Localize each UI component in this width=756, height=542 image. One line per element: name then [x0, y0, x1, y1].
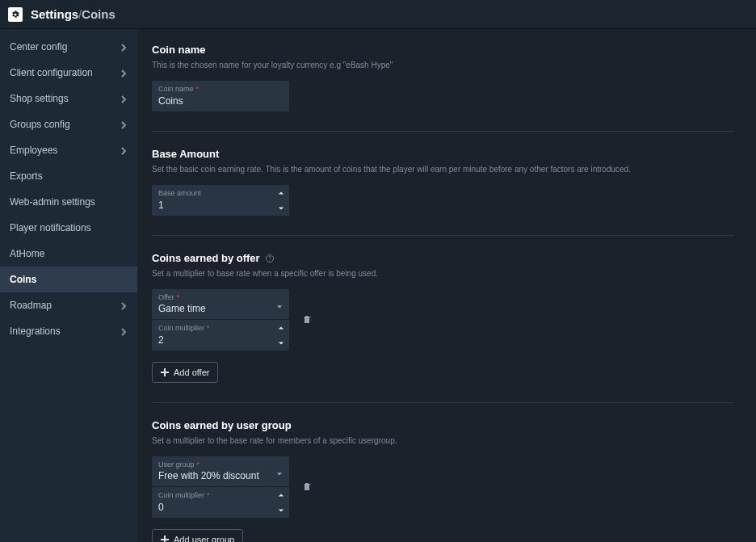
help-icon[interactable]: [265, 254, 275, 263]
button-label: Add offer: [174, 368, 209, 377]
section-desc: Set a multiplier to the base rate for me…: [152, 436, 733, 445]
sidebar-item-label: Player notifications: [10, 222, 91, 233]
coin-name-field[interactable]: Coin name*: [152, 81, 289, 111]
offer-multiplier-input[interactable]: [152, 333, 289, 351]
add-group-button[interactable]: Add user group: [152, 529, 243, 542]
chevron-right-icon: [120, 301, 128, 309]
step-up-button[interactable]: [273, 487, 289, 502]
required-star: *: [177, 293, 180, 301]
field-label: Base amount: [158, 189, 201, 197]
stepper: [273, 185, 289, 216]
section-coin-name: Coin name This is the chosen name for yo…: [152, 44, 733, 132]
breadcrumb-sub: Coins: [82, 7, 116, 21]
coin-name-input[interactable]: [152, 94, 289, 111]
step-down-button[interactable]: [273, 200, 289, 216]
sidebar-item-roadmap[interactable]: Roadmap: [0, 292, 137, 318]
sidebar-item-web-admin-settings[interactable]: Web-admin settings: [0, 189, 137, 215]
sidebar-item-label: Groups config: [10, 119, 70, 130]
stepper: [273, 487, 289, 518]
field-label: Coin multiplier: [158, 491, 204, 499]
button-label: Add user group: [174, 535, 234, 542]
sidebar-item-label: Integrations: [10, 326, 61, 337]
chevron-right-icon: [120, 146, 128, 154]
section-title: Base Amount: [152, 148, 733, 160]
chevron-down-icon: [276, 465, 283, 480]
base-amount-field[interactable]: Base amount: [152, 185, 289, 216]
content: Coin name This is the chosen name for yo…: [137, 29, 756, 542]
chevron-right-icon: [120, 327, 128, 335]
section-title: Coins earned by offer: [152, 252, 260, 264]
section-desc: Set a multiplier to base rate when a spe…: [152, 269, 733, 278]
section-title: Coins earned by user group: [152, 419, 733, 431]
field-label: Coin name: [158, 85, 194, 93]
titlebar: Settings/Coins: [0, 0, 756, 29]
section-title: Coin name: [152, 44, 733, 56]
sidebar: Center configClient configurationShop se…: [0, 29, 137, 542]
sidebar-item-center-config[interactable]: Center config: [0, 34, 137, 60]
field-label: Coin multiplier: [158, 324, 204, 332]
group-select[interactable]: User group* Free with 20% discount: [152, 456, 289, 486]
base-amount-input[interactable]: [152, 198, 289, 216]
chevron-right-icon: [120, 69, 128, 77]
add-offer-button[interactable]: Add offer: [152, 362, 218, 383]
group-value: Free with 20% discount: [152, 468, 289, 486]
sidebar-item-label: AtHome: [10, 248, 44, 259]
chevron-right-icon: [120, 43, 128, 51]
plus-icon: [161, 368, 169, 376]
sidebar-item-label: Coins: [10, 274, 36, 285]
required-star: *: [196, 85, 200, 93]
section-by-offer: Coins earned by offer Set a multiplier t…: [152, 252, 733, 403]
sidebar-item-player-notifications[interactable]: Player notifications: [0, 215, 137, 241]
chevron-right-icon: [120, 120, 128, 128]
sidebar-item-coins[interactable]: Coins: [0, 267, 137, 292]
sidebar-item-label: Client configuration: [10, 67, 93, 78]
section-desc: This is the chosen name for your loyalty…: [152, 61, 733, 69]
required-star: *: [197, 460, 200, 468]
sidebar-item-label: Center config: [10, 41, 67, 53]
section-by-group: Coins earned by user group Set a multipl…: [152, 419, 733, 542]
sidebar-item-athome[interactable]: AtHome: [0, 241, 137, 267]
required-star: *: [207, 491, 210, 499]
delete-offer-button[interactable]: [299, 311, 315, 330]
chevron-right-icon: [120, 95, 128, 103]
sidebar-item-employees[interactable]: Employees: [0, 137, 137, 163]
svg-point-1: [269, 260, 270, 261]
offer-multiplier-field[interactable]: Coin multiplier*: [152, 319, 289, 351]
gear-icon: [8, 7, 23, 22]
offer-select[interactable]: Offer* Game time: [152, 289, 289, 319]
sidebar-item-client-configuration[interactable]: Client configuration: [0, 60, 137, 86]
group-multiplier-input[interactable]: [152, 500, 289, 518]
sidebar-item-integrations[interactable]: Integrations: [0, 318, 137, 344]
required-star: *: [207, 324, 210, 332]
stepper: [273, 320, 289, 351]
step-down-button[interactable]: [273, 502, 289, 518]
breadcrumb-main: Settings: [31, 7, 78, 21]
delete-group-button[interactable]: [299, 478, 315, 497]
breadcrumb: Settings/Coins: [31, 7, 116, 22]
chevron-down-icon: [276, 298, 283, 313]
offer-value: Game time: [152, 301, 289, 319]
sidebar-item-exports[interactable]: Exports: [0, 163, 137, 189]
sidebar-item-label: Web-admin settings: [10, 196, 95, 208]
sidebar-item-label: Exports: [10, 170, 43, 182]
sidebar-item-groups-config[interactable]: Groups config: [0, 111, 137, 137]
sidebar-item-label: Roadmap: [10, 300, 52, 311]
section-base-amount: Base Amount Set the basic coin earning r…: [152, 148, 733, 236]
field-label: User group: [158, 460, 195, 468]
group-multiplier-field[interactable]: Coin multiplier*: [152, 486, 289, 518]
plus-icon: [161, 536, 169, 542]
section-desc: Set the basic coin earning rate. This is…: [152, 165, 733, 174]
sidebar-item-label: Employees: [10, 145, 57, 156]
step-up-button[interactable]: [273, 185, 289, 200]
sidebar-item-shop-settings[interactable]: Shop settings: [0, 86, 137, 111]
sidebar-item-label: Shop settings: [10, 93, 69, 104]
step-down-button[interactable]: [273, 335, 289, 351]
step-up-button[interactable]: [273, 320, 289, 335]
field-label: Offer: [158, 293, 174, 301]
